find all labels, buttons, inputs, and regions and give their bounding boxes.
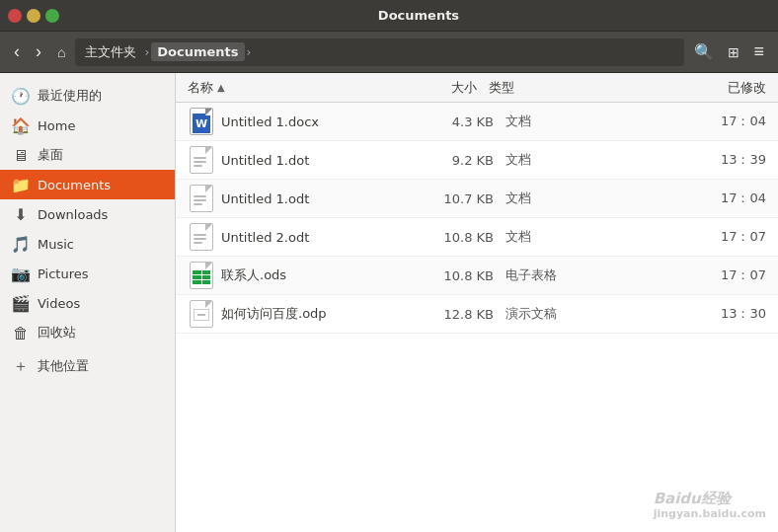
table-row[interactable]: Untitled 1.odt10.7 KB文档17：04 bbox=[176, 180, 778, 218]
file-list: WUntitled 1.docx4.3 KB文档17：04Untitled 1.… bbox=[176, 103, 778, 532]
sidebar-label-home: Home bbox=[38, 118, 75, 133]
file-size: 10.8 KB bbox=[415, 230, 494, 245]
file-modified: 17：07 bbox=[573, 266, 766, 284]
recent-icon: 🕐 bbox=[12, 87, 30, 105]
sidebar-item-music[interactable]: 🎵 Music bbox=[0, 229, 175, 259]
sidebar-label-pictures: Pictures bbox=[38, 266, 88, 281]
window-controls bbox=[8, 9, 59, 23]
search-icon: 🔍 bbox=[694, 42, 714, 61]
file-icon-cell bbox=[188, 223, 215, 251]
breadcrumb-documents-label: Documents bbox=[157, 44, 238, 59]
menu-button[interactable]: ≡ bbox=[747, 38, 770, 66]
table-row[interactable]: 联系人.ods10.8 KB电子表格17：07 bbox=[176, 257, 778, 295]
file-type-icon bbox=[190, 300, 213, 328]
table-row[interactable]: Untitled 1.dot9.2 KB文档13：39 bbox=[176, 141, 778, 180]
table-row[interactable]: WUntitled 1.docx4.3 KB文档17：04 bbox=[176, 103, 778, 141]
breadcrumb-documents[interactable]: Documents bbox=[151, 42, 244, 61]
file-type-icon bbox=[190, 185, 213, 212]
file-modified: 13：39 bbox=[573, 151, 766, 169]
file-type: 电子表格 bbox=[494, 266, 573, 284]
home-icon: ⌂ bbox=[57, 44, 65, 60]
file-size: 12.8 KB bbox=[415, 307, 494, 322]
sidebar-label-desktop: 桌面 bbox=[38, 146, 63, 164]
file-type-icon bbox=[190, 146, 213, 174]
search-button[interactable]: 🔍 bbox=[688, 38, 720, 66]
file-name: Untitled 2.odt bbox=[221, 230, 415, 245]
file-type: 文档 bbox=[494, 228, 573, 246]
column-name-header[interactable]: 名称 ▲ bbox=[188, 79, 398, 97]
forward-button[interactable]: › bbox=[30, 38, 47, 66]
view-icon: ⊞ bbox=[728, 44, 739, 60]
videos-icon: 🎬 bbox=[12, 294, 30, 312]
column-name-label: 名称 bbox=[188, 79, 213, 97]
back-button[interactable]: ‹ bbox=[8, 38, 26, 66]
table-row[interactable]: Untitled 2.odt10.8 KB文档17：07 bbox=[176, 218, 778, 257]
column-modified-label: 已修改 bbox=[728, 80, 766, 95]
file-modified: 17：07 bbox=[573, 228, 766, 246]
file-type: 文档 bbox=[494, 190, 573, 207]
sidebar: 🕐 最近使用的 🏠 Home 🖥 桌面 📁 Documents ⬇ Downlo… bbox=[0, 73, 176, 532]
home-breadcrumb-button[interactable]: ⌂ bbox=[51, 40, 71, 64]
sidebar-label-downloads: Downloads bbox=[38, 207, 108, 222]
sidebar-item-documents[interactable]: 📁 Documents bbox=[0, 170, 175, 199]
sidebar-item-desktop[interactable]: 🖥 桌面 bbox=[0, 140, 175, 170]
desktop-icon: 🖥 bbox=[12, 146, 30, 164]
column-modified-header[interactable]: 已修改 bbox=[556, 79, 766, 97]
sidebar-item-pictures[interactable]: 📷 Pictures bbox=[0, 259, 175, 288]
documents-icon: 📁 bbox=[12, 176, 30, 193]
sidebar-item-downloads[interactable]: ⬇ Downloads bbox=[0, 199, 175, 229]
sidebar-item-trash[interactable]: 🗑 回收站 bbox=[0, 318, 175, 347]
file-icon-cell bbox=[188, 185, 215, 212]
file-name: Untitled 1.odt bbox=[221, 191, 415, 206]
file-icon-cell bbox=[188, 146, 215, 174]
file-modified: 17：04 bbox=[573, 113, 766, 130]
sidebar-item-home[interactable]: 🏠 Home bbox=[0, 111, 175, 140]
file-name: Untitled 1.docx bbox=[221, 114, 415, 129]
file-name: 如何访问百度.odp bbox=[221, 305, 415, 323]
add-icon: ＋ bbox=[12, 357, 30, 375]
file-list-header: 名称 ▲ 大小 类型 已修改 bbox=[176, 73, 778, 103]
sidebar-label-music: Music bbox=[38, 237, 74, 252]
breadcrumb: 主文件夹 › Documents › bbox=[75, 38, 684, 66]
file-pane: 名称 ▲ 大小 类型 已修改 WUntitled 1.docx4.3 KB文档1… bbox=[176, 73, 778, 532]
minimize-button[interactable] bbox=[27, 9, 40, 23]
sidebar-item-videos[interactable]: 🎬 Videos bbox=[0, 288, 175, 318]
file-modified: 17：04 bbox=[573, 190, 766, 207]
table-row[interactable]: 如何访问百度.odp12.8 KB演示文稿13：30 bbox=[176, 295, 778, 334]
file-name: 联系人.ods bbox=[221, 266, 415, 284]
downloads-icon: ⬇ bbox=[12, 205, 30, 223]
file-icon-cell bbox=[188, 262, 215, 289]
close-button[interactable] bbox=[8, 9, 22, 23]
file-size: 10.8 KB bbox=[415, 268, 494, 283]
toolbar-right-actions: 🔍 ⊞ ≡ bbox=[688, 38, 770, 66]
file-modified: 13：30 bbox=[573, 305, 766, 323]
column-size-label: 大小 bbox=[451, 80, 477, 95]
titlebar: Documents bbox=[0, 0, 778, 32]
file-type: 文档 bbox=[494, 113, 573, 130]
file-type-icon: W bbox=[190, 108, 213, 135]
breadcrumb-separator: › bbox=[144, 45, 149, 59]
column-size-header[interactable]: 大小 bbox=[398, 79, 477, 97]
breadcrumb-home[interactable]: 主文件夹 bbox=[79, 41, 142, 63]
window-title: Documents bbox=[67, 8, 770, 23]
sidebar-label-videos: Videos bbox=[38, 296, 80, 311]
sidebar-label-trash: 回收站 bbox=[38, 324, 76, 342]
file-icon-cell bbox=[188, 300, 215, 328]
file-size: 10.7 KB bbox=[415, 191, 494, 206]
home-icon: 🏠 bbox=[12, 116, 30, 134]
trash-icon: 🗑 bbox=[12, 324, 30, 342]
file-size: 4.3 KB bbox=[415, 114, 494, 129]
sidebar-add-location[interactable]: ＋ 其他位置 bbox=[0, 351, 175, 381]
maximize-button[interactable] bbox=[45, 9, 59, 23]
column-type-label: 类型 bbox=[489, 80, 514, 95]
pictures-icon: 📷 bbox=[12, 265, 30, 282]
file-icon-cell: W bbox=[188, 108, 215, 135]
view-button[interactable]: ⊞ bbox=[722, 38, 745, 66]
breadcrumb-end-separator: › bbox=[247, 45, 252, 59]
sidebar-label-documents: Documents bbox=[38, 178, 111, 192]
sidebar-add-label: 其他位置 bbox=[38, 357, 89, 375]
main-area: 🕐 最近使用的 🏠 Home 🖥 桌面 📁 Documents ⬇ Downlo… bbox=[0, 73, 778, 532]
column-type-header[interactable]: 类型 bbox=[477, 79, 556, 97]
sidebar-label-recent: 最近使用的 bbox=[38, 87, 102, 105]
sidebar-item-recent[interactable]: 🕐 最近使用的 bbox=[0, 81, 175, 111]
